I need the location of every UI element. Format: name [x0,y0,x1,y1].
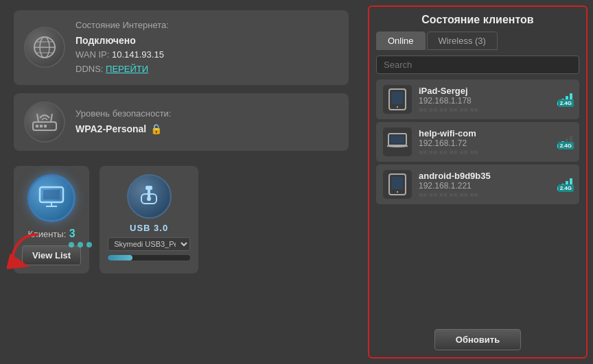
svg-point-19 [147,197,151,201]
dot-1 [69,242,74,247]
client-info-1: iPad-Sergej 192.168.1.178 ■■:■■:■■:■■:■■… [419,86,550,113]
client-ip-2: 192.168.1.72 [419,138,550,148]
svg-rect-16 [146,186,152,190]
clients-icon-large [27,174,75,222]
usb-widget: USB 3.0 Skymedi USB3_Pe [100,166,198,274]
client-mac-2: ■■:■■:■■:■■:■■:■■ [419,148,550,156]
signal-strength-3: 2.4G [557,178,572,191]
client-ip-3: 192.168.1.221 [419,181,550,191]
dot-3 [86,242,92,247]
client-info-2: help-wifi-com 192.168.1.72 ■■:■■:■■:■■:■… [419,128,550,156]
client-mac-3: ■■:■■:■■:■■:■■:■■ [419,191,550,198]
svg-rect-6 [36,125,38,128]
internet-status-value: Подключено [75,33,169,48]
internet-status-text: Состояние Интернета: Подключено WAN IP: … [75,19,169,77]
client-name-3: android-b9d9b35 [419,171,550,181]
globe-icon [32,35,57,60]
left-panel: Состояние Интернета: Подключено WAN IP: … [0,0,362,364]
usb-progress-bar [108,255,190,260]
search-input[interactable] [376,56,579,74]
tab-wireless[interactable]: Wireless (3) [427,32,498,50]
usb-progress-fill [108,255,132,260]
security-status-text: Уровень безопасности: WPA2-Personal 🔒 [75,107,171,136]
usb-icon-circle [127,174,172,219]
client-ip-1: 192.168.1.178 [419,96,550,106]
ddns-line: DDNS: ПЕРЕЙТИ [75,62,169,77]
router-icon [32,111,58,133]
usb-icon [136,183,162,209]
usb-device-select[interactable]: Skymedi USB3_Pe [108,237,190,251]
tabs-container: Online Wireless (3) [376,32,579,50]
tablet-icon [388,88,407,110]
bottom-section: Клиенты: 3 View List USB 3.0 Skymedi USB… [14,166,349,274]
client-mac-1: ■■:■■:■■:■■:■■:■■ [419,106,550,113]
client-list: iPad-Sergej 192.168.1.178 ■■:■■:■■:■■:■■… [376,80,579,324]
ddns-link[interactable]: ПЕРЕЙТИ [106,64,148,74]
refresh-button[interactable]: Обновить [434,329,521,350]
client-info-3: android-b9d9b35 192.168.1.221 ■■:■■:■■:■… [419,171,550,198]
svg-line-10 [51,114,52,122]
security-icon-circle [24,101,65,143]
lock-icon: 🔒 [150,121,162,136]
clients-count: 3 [69,228,75,239]
internet-icon-circle [24,27,65,68]
svg-rect-24 [391,136,404,143]
table-row: iPad-Sergej 192.168.1.178 ■■:■■:■■:■■:■■… [376,80,579,119]
svg-line-9 [37,114,38,122]
table-row: android-b9d9b35 192.168.1.221 ■■:■■:■■:■… [376,165,579,204]
connection-dots [69,242,92,247]
panel-title: Состояние клиентов [376,14,579,26]
main-container: Состояние Интернета: Подключено WAN IP: … [0,0,593,364]
internet-status-card: Состояние Интернета: Подключено WAN IP: … [14,10,349,85]
dot-2 [78,242,83,247]
signal-strength-1: 2.4G [557,93,572,106]
svg-rect-8 [44,125,47,128]
client-name-2: help-wifi-com [419,128,550,138]
wan-ip-line: WAN IP: 10.141.93.15 [75,48,169,62]
client-name-1: iPad-Sergej [419,86,550,96]
monitor-icon [38,186,65,210]
usb-label: USB 3.0 [130,223,168,233]
device-icon-laptop [383,128,412,156]
clients-status-panel: Состояние клиентов Online Wireless (3) [368,5,588,359]
device-icon-tablet [383,85,412,114]
tab-online[interactable]: Online [376,32,426,50]
signal-strength-2: 2.4G [557,136,572,148]
device-icon-android [383,170,412,199]
red-arrow [7,231,45,275]
table-row: help-wifi-com 192.168.1.72 ■■:■■:■■:■■:■… [376,122,579,162]
security-label: Уровень безопасности: [75,107,171,121]
svg-rect-22 [392,92,403,104]
security-status-card: Уровень безопасности: WPA2-Personal 🔒 [14,93,349,151]
laptop-icon [386,132,408,151]
svg-rect-28 [392,177,403,189]
svg-rect-15 [43,190,60,199]
svg-rect-7 [40,125,43,128]
security-value: WPA2-Personal [75,121,146,136]
tablet-icon-2 [388,173,407,195]
internet-status-label: Состояние Интернета: [75,19,169,33]
